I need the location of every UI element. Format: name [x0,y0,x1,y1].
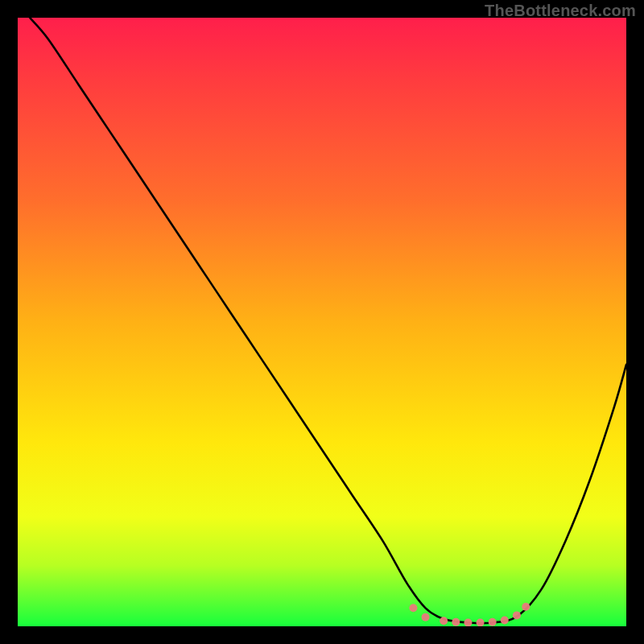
valley-marker [513,611,521,619]
valley-marker [501,616,509,624]
valley-marker [477,618,485,626]
valley-markers [409,603,530,626]
valley-marker [522,603,530,611]
valley-marker [422,613,430,621]
valley-marker [452,618,460,626]
valley-marker [440,617,448,625]
valley-marker [489,618,497,626]
bottleneck-curve [30,18,626,623]
curve-svg [18,18,626,626]
valley-marker [464,618,472,626]
plot-area [18,18,626,626]
chart-frame: TheBottleneck.com [0,0,644,644]
valley-marker [409,604,417,612]
